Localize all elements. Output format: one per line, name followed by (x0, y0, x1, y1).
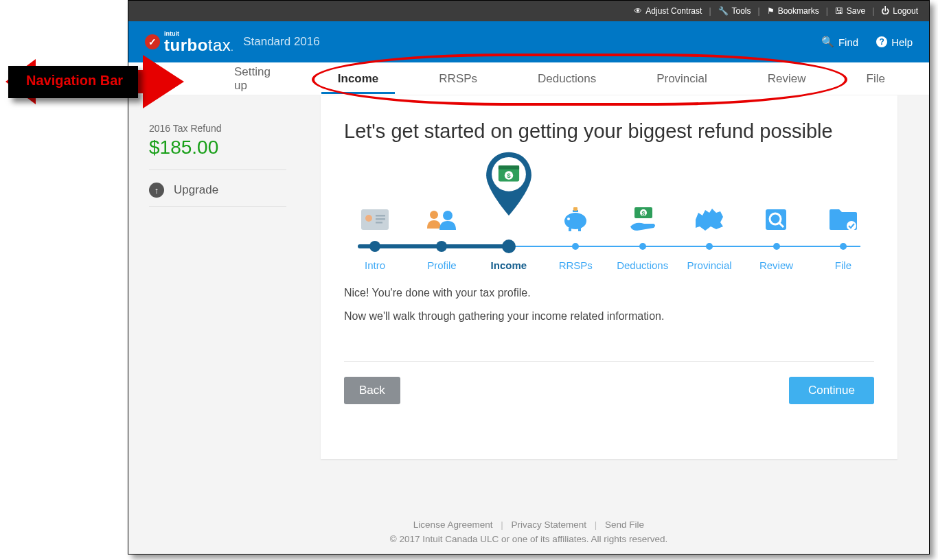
piggybank-icon (559, 203, 592, 236)
save-label: Save (847, 6, 865, 16)
main-card: Let's get started on getting your bigges… (321, 95, 897, 459)
separator: | (872, 6, 874, 16)
logo-text: intuit turbotax. (164, 31, 233, 54)
eye-icon: 👁 (634, 6, 642, 16)
refund-amount: $185.00 (149, 137, 286, 159)
refund-label: 2016 Tax Refund (149, 123, 286, 134)
step-deductions[interactable]: $ Deductions (612, 163, 674, 242)
svg-point-14 (567, 218, 570, 220)
step-label: Deductions (617, 259, 668, 271)
license-link[interactable]: License Agreement (413, 520, 493, 530)
tools-label: Tools (732, 6, 751, 16)
tab-provincial[interactable]: Provincial (640, 64, 724, 94)
sidebar-divider (149, 170, 286, 170)
sendfile-link[interactable]: Send File (605, 520, 644, 530)
separator: | (501, 520, 503, 530)
sidebar-divider (149, 206, 286, 207)
separator: | (826, 6, 828, 16)
body-line-1: Nice! You're done with your tax profile. (344, 287, 874, 299)
bookmarks-link[interactable]: ⚑ Bookmarks (767, 6, 819, 16)
find-link[interactable]: 🔍 Find (821, 36, 858, 48)
svg-rect-5 (376, 222, 382, 224)
step-label: Review (759, 259, 793, 271)
step-dot (572, 243, 579, 250)
svg-point-2 (365, 215, 372, 222)
wrench-icon: 🔧 (718, 6, 729, 16)
steps-row: Intro Profile (344, 163, 874, 242)
logout-link[interactable]: ⏻ Logout (881, 6, 918, 16)
magnify-doc-icon (760, 203, 793, 236)
svg-point-7 (443, 211, 453, 220)
upgrade-link[interactable]: ↑ Upgrade (149, 180, 286, 200)
adjust-contrast-link[interactable]: 👁 Adjust Contrast (634, 6, 702, 16)
step-income[interactable]: $ Income (478, 163, 540, 242)
step-provincial[interactable]: Provincial (678, 163, 740, 242)
search-icon: 🔍 (821, 36, 834, 48)
step-dot (706, 243, 713, 250)
logout-label: Logout (893, 6, 918, 16)
hand-money-icon: $ (626, 203, 659, 236)
upgrade-label: Upgrade (174, 183, 218, 197)
logo-rest: tax (208, 36, 231, 54)
step-file[interactable]: File (812, 163, 874, 242)
svg-rect-3 (376, 215, 385, 217)
step-label: Provincial (687, 259, 732, 271)
tools-link[interactable]: 🔧 Tools (718, 6, 751, 16)
step-label: Profile (427, 259, 457, 271)
privacy-link[interactable]: Privacy Statement (511, 520, 586, 530)
step-intro[interactable]: Intro (344, 163, 406, 242)
svg-text:$: $ (641, 210, 645, 217)
utility-bar: 👁 Adjust Contrast | 🔧 Tools | ⚑ Bookmark… (128, 1, 929, 21)
turbotax-logo: ✓ intuit turbotax. (145, 31, 233, 54)
step-dot (639, 243, 646, 250)
logo-product-text: turbotax. (164, 37, 233, 54)
help-label: Help (891, 36, 913, 48)
people-icon (425, 203, 458, 236)
edition-label: Standard 2016 (243, 35, 320, 49)
bookmarks-label: Bookmarks (778, 6, 819, 16)
footer: License Agreement | Privacy Statement | … (128, 520, 929, 544)
brand-right: 🔍 Find ? Help (821, 36, 913, 48)
step-dot (369, 241, 380, 252)
step-label: RRSPs (559, 259, 593, 271)
map-pin-icon: $ (481, 150, 536, 218)
progress-tracker: Intro Profile (344, 163, 874, 273)
separator: | (758, 6, 760, 16)
step-rrsps[interactable]: RRSPs (545, 163, 606, 242)
svg-rect-18 (578, 228, 581, 231)
tab-deductions[interactable]: Deductions (521, 64, 613, 94)
copyright-text: © 2017 Intuit Canada ULC or one of its a… (128, 534, 929, 544)
svg-text:$: $ (507, 172, 511, 179)
svg-point-6 (430, 211, 438, 219)
step-review[interactable]: Review (746, 163, 808, 242)
step-label: Income (491, 259, 527, 271)
tab-setting-up[interactable]: Setting up (218, 57, 294, 101)
help-icon: ? (876, 36, 887, 47)
tab-income[interactable]: Income (321, 64, 396, 94)
button-row: Back Continue (344, 377, 874, 404)
svg-rect-17 (569, 228, 571, 231)
step-profile[interactable]: Profile (411, 163, 472, 242)
svg-point-25 (847, 221, 856, 231)
annotation-label: Navigation Bar (8, 66, 138, 98)
tab-review[interactable]: Review (751, 64, 823, 94)
brand-left: ✓ intuit turbotax. Standard 2016 (145, 31, 320, 54)
nav-tabs: Setting up Income RRSPs Deductions Provi… (128, 62, 929, 95)
svg-rect-4 (376, 218, 385, 220)
tab-rrsps[interactable]: RRSPs (422, 64, 494, 94)
logo-checkmark-icon: ✓ (145, 34, 160, 49)
canada-map-icon (693, 203, 726, 236)
help-link[interactable]: ? Help (876, 36, 913, 48)
separator: | (709, 6, 711, 16)
back-button[interactable]: Back (344, 377, 400, 404)
tab-file[interactable]: File (850, 64, 902, 94)
step-dot (840, 243, 847, 250)
step-label: Intro (365, 259, 385, 271)
continue-button[interactable]: Continue (789, 377, 874, 404)
folder-check-icon (827, 203, 860, 236)
save-link[interactable]: 🖫 Save (835, 6, 865, 16)
page-heading: Let's get started on getting your bigges… (344, 120, 874, 143)
svg-rect-10 (499, 165, 519, 169)
id-card-icon (358, 203, 391, 236)
body-area: 2016 Tax Refund $185.00 ↑ Upgrade Let's … (128, 95, 929, 554)
